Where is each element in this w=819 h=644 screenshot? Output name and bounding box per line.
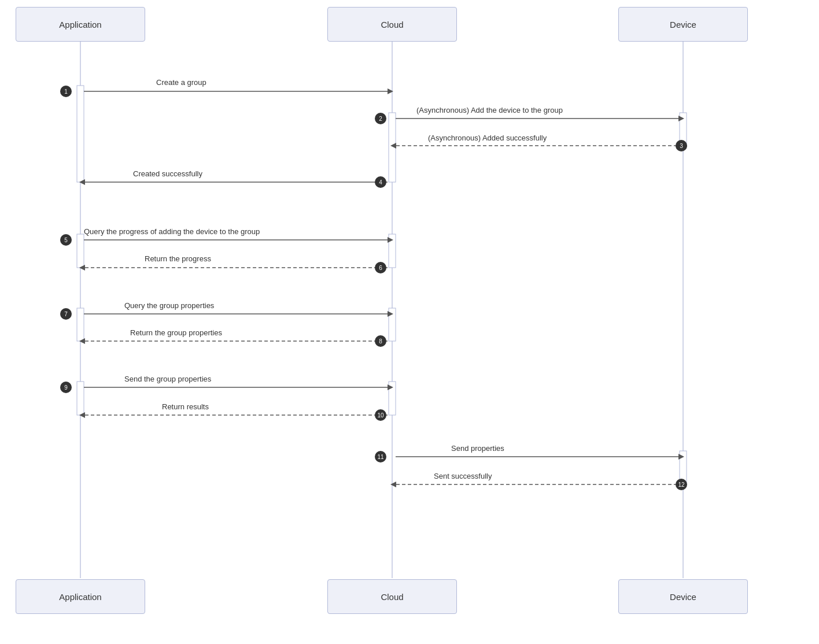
svg-rect-5 xyxy=(77,308,84,341)
actor-application-bottom-label: Application xyxy=(59,592,101,602)
msg10-label: Return results xyxy=(162,402,209,411)
sequence-diagram: Application Cloud Device Application Clo… xyxy=(0,0,819,644)
msg12-label: Sent successfully xyxy=(434,472,492,480)
actor-device-bottom: Device xyxy=(618,579,748,614)
arrows-svg xyxy=(0,0,819,644)
actor-device-top-label: Device xyxy=(670,20,696,29)
msg4-label: Created successfully xyxy=(133,169,202,178)
svg-marker-22 xyxy=(388,237,393,243)
actor-device-top: Device xyxy=(618,7,748,42)
msg11-label: Send properties xyxy=(451,444,504,453)
step-3: 3 xyxy=(676,140,687,151)
step-11: 11 xyxy=(375,451,386,462)
step-10: 10 xyxy=(375,409,386,421)
svg-marker-14 xyxy=(388,88,393,94)
svg-rect-9 xyxy=(389,308,396,341)
msg3-label: (Asynchronous) Added successfully xyxy=(428,134,547,142)
msg8-label: Return the group properties xyxy=(130,328,222,337)
step-8: 8 xyxy=(375,335,386,347)
step-12: 12 xyxy=(676,479,687,490)
msg9-label: Send the group properties xyxy=(124,375,211,383)
actor-cloud-bottom: Cloud xyxy=(327,579,457,614)
svg-rect-8 xyxy=(389,234,396,268)
svg-marker-26 xyxy=(388,311,393,317)
actor-application-top: Application xyxy=(16,7,145,42)
actor-application-top-label: Application xyxy=(59,20,101,29)
msg7-label: Query the group properties xyxy=(124,301,214,310)
msg6-label: Return the progress xyxy=(145,254,211,263)
svg-marker-34 xyxy=(678,454,684,460)
msg1-label: Create a group xyxy=(156,78,206,87)
svg-marker-28 xyxy=(79,338,85,344)
svg-rect-4 xyxy=(77,234,84,268)
svg-marker-36 xyxy=(390,482,396,487)
svg-marker-30 xyxy=(388,384,393,390)
step-2: 2 xyxy=(375,113,386,124)
svg-rect-7 xyxy=(389,113,396,182)
svg-marker-24 xyxy=(79,265,85,271)
svg-marker-20 xyxy=(79,179,85,185)
actor-cloud-top-label: Cloud xyxy=(381,20,403,29)
step-7: 7 xyxy=(60,308,72,320)
svg-marker-32 xyxy=(79,412,85,418)
actor-cloud-top: Cloud xyxy=(327,7,457,42)
step-9: 9 xyxy=(60,382,72,393)
step-6: 6 xyxy=(375,262,386,273)
actor-cloud-bottom-label: Cloud xyxy=(381,592,403,602)
svg-rect-10 xyxy=(389,382,396,415)
svg-marker-16 xyxy=(678,116,684,121)
msg5-label: Query the progress of adding the device … xyxy=(84,227,260,236)
step-5: 5 xyxy=(60,234,72,246)
svg-rect-3 xyxy=(77,86,84,182)
actor-application-bottom: Application xyxy=(16,579,145,614)
svg-marker-18 xyxy=(390,143,396,149)
msg2-label: (Asynchronous) Add the device to the gro… xyxy=(416,106,563,114)
svg-rect-6 xyxy=(77,382,84,415)
step-1: 1 xyxy=(60,86,72,97)
step-4: 4 xyxy=(375,176,386,188)
actor-device-bottom-label: Device xyxy=(670,592,696,602)
